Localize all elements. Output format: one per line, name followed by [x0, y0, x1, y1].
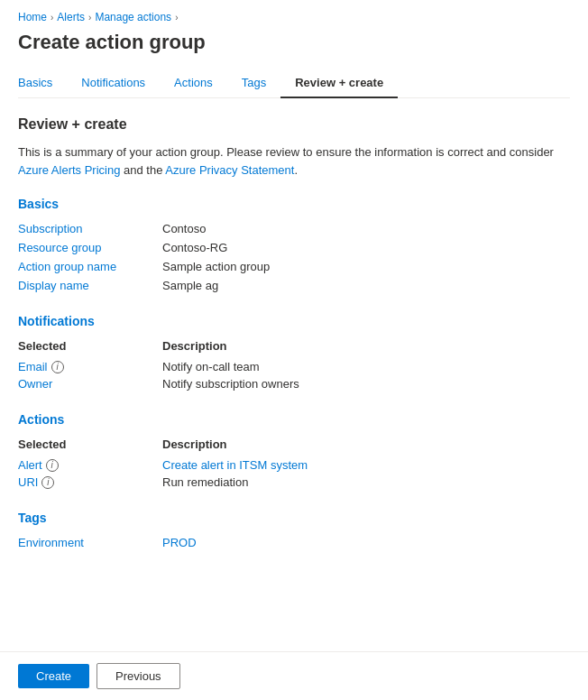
previous-button[interactable]: Previous — [96, 663, 180, 689]
basics-resource-group-value: Contoso-RG — [162, 241, 227, 254]
tab-notifications[interactable]: Notifications — [67, 69, 160, 98]
actions-alert-label: Alert — [18, 458, 42, 472]
tabs-nav: Basics Notifications Actions Tags Review… — [18, 69, 570, 98]
basics-subscription-value: Contoso — [162, 222, 206, 235]
basics-action-group-name-label: Action group name — [18, 260, 162, 273]
tags-environment-row: Environment PROD — [18, 536, 570, 549]
breadcrumb-manage-actions[interactable]: Manage actions — [95, 11, 171, 23]
basics-resource-group-label: Resource group — [18, 241, 162, 254]
basics-subscription-row: Subscription Contoso — [18, 222, 570, 235]
actions-col-description-header: Description — [162, 438, 227, 451]
info-prefix: This is a summary of your action group. … — [18, 145, 554, 159]
info-middle: and the — [120, 163, 165, 177]
basics-display-name-value: Sample ag — [162, 279, 218, 292]
tags-environment-label: Environment — [18, 536, 162, 549]
basics-section-header: Basics — [18, 197, 570, 211]
info-icon-alert[interactable]: i — [46, 459, 59, 472]
breadcrumb-home[interactable]: Home — [18, 11, 47, 23]
review-info-text: This is a summary of your action group. … — [18, 143, 570, 179]
table-row: URI i Run remediation — [18, 475, 570, 489]
page-title: Create action group — [18, 31, 570, 54]
actions-table-header: Selected Description — [18, 438, 570, 451]
actions-section: Actions Selected Description Alert i Cre… — [18, 412, 570, 489]
footer: Create Previous — [0, 651, 588, 700]
azure-privacy-link[interactable]: Azure Privacy Statement — [165, 163, 294, 177]
notifications-email-selected: Email i — [18, 360, 162, 373]
notifications-section-header: Notifications — [18, 314, 570, 328]
basics-display-name-row: Display name Sample ag — [18, 279, 570, 292]
notifications-email-description: Notify on-call team — [162, 360, 260, 373]
chevron-icon-2: › — [88, 13, 91, 23]
actions-col-selected-header: Selected — [18, 438, 162, 451]
chevron-icon-1: › — [51, 13, 53, 23]
basics-section: Basics Subscription Contoso Resource gro… — [18, 197, 570, 292]
review-section-title: Review + create — [18, 116, 570, 133]
tab-review-create[interactable]: Review + create — [280, 69, 398, 98]
basics-subscription-label: Subscription — [18, 222, 162, 235]
notifications-table-header: Selected Description — [18, 339, 570, 353]
table-row: Email i Notify on-call team — [18, 360, 570, 373]
tab-tags[interactable]: Tags — [227, 69, 280, 98]
table-row: Alert i Create alert in ITSM system — [18, 458, 570, 472]
actions-uri-description: Run remediation — [162, 475, 248, 489]
chevron-icon-3: › — [175, 13, 178, 23]
actions-alert-description[interactable]: Create alert in ITSM system — [162, 458, 308, 472]
actions-section-header: Actions — [18, 412, 570, 427]
tab-basics[interactable]: Basics — [18, 69, 67, 98]
notifications-owner-selected: Owner — [18, 377, 162, 391]
actions-uri-label: URI — [18, 475, 38, 489]
actions-uri-selected: URI i — [18, 475, 162, 489]
basics-action-group-name-row: Action group name Sample action group — [18, 260, 570, 273]
notifications-col-description-header: Description — [162, 339, 227, 353]
actions-alert-selected: Alert i — [18, 458, 162, 472]
azure-alerts-pricing-link[interactable]: Azure Alerts Pricing — [18, 163, 120, 177]
notifications-section: Notifications Selected Description Email… — [18, 314, 570, 391]
tags-section-header: Tags — [18, 511, 570, 525]
basics-display-name-label: Display name — [18, 279, 162, 292]
notifications-owner-description: Notify subscription owners — [162, 377, 299, 391]
breadcrumb-alerts[interactable]: Alerts — [57, 11, 85, 23]
basics-resource-group-row: Resource group Contoso-RG — [18, 241, 570, 254]
tab-actions[interactable]: Actions — [160, 69, 227, 98]
table-row: Owner Notify subscription owners — [18, 377, 570, 391]
notifications-email-label: Email — [18, 360, 48, 373]
basics-action-group-name-value: Sample action group — [162, 260, 270, 273]
tags-section: Tags Environment PROD — [18, 511, 570, 549]
info-icon-email[interactable]: i — [51, 361, 64, 373]
info-suffix: . — [294, 163, 298, 177]
create-button[interactable]: Create — [18, 664, 89, 688]
info-icon-uri[interactable]: i — [41, 476, 54, 489]
tags-environment-value: PROD — [162, 536, 197, 549]
notifications-owner-label: Owner — [18, 377, 52, 391]
notifications-col-selected-header: Selected — [18, 339, 162, 353]
breadcrumb: Home › Alerts › Manage actions › — [18, 11, 570, 23]
